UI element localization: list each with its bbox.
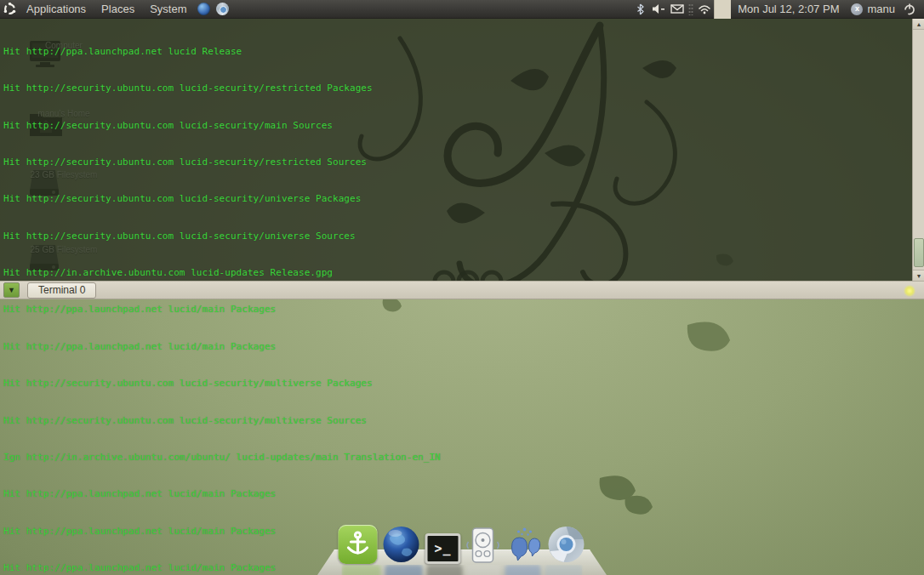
dock-item-terminal[interactable]: >_ [425,533,461,564]
mail-envelope-icon [670,4,684,14]
hide-terminal-button[interactable]: ▼ [3,282,20,298]
tray-placeholder [714,0,731,19]
terminal-line: Hit http://security.ubuntu.com lucid-sec… [3,193,910,205]
terminal-line: Hit http://security.ubuntu.com lucid-sec… [3,231,910,242]
clock-applet[interactable]: Mon Jul 12, 2:07 PM [731,3,846,15]
firefox-globe-icon [197,3,210,15]
network-applet[interactable] [695,0,714,18]
power-icon [904,3,915,15]
firefox-launcher[interactable] [194,0,213,18]
terminal-line: Hit http://security.ubuntu.com lucid-sec… [3,83,910,94]
terminal-tab[interactable]: Terminal 0 [27,282,96,299]
terminal-app-icon: >_ [425,533,461,564]
dock-item-media-player[interactable] [465,527,501,564]
menu-places[interactable]: Places [94,0,142,18]
terminal-line: Hit http://security.ubuntu.com lucid-sec… [3,378,910,390]
scrollbar-thumb[interactable] [914,238,924,267]
terminal-window[interactable]: Hit http://ppa.launchpad.net lucid Relea… [0,19,924,281]
dock: >_ [317,524,607,575]
menu-applications[interactable]: Applications [19,0,94,18]
chromium-browser-icon [547,525,586,564]
mail-indicator-applet[interactable] [668,0,687,18]
dock-item-browser[interactable] [382,525,421,564]
dock-item-docky[interactable] [339,525,378,564]
chromium-launcher[interactable] [213,0,231,18]
notification-glow-icon [904,285,915,297]
docky-anchor-icon [339,525,378,564]
terminal-line: Hit http://security.ubuntu.com lucid-sec… [3,157,910,168]
terminal-line: Hit http://in.archive.ubuntu.com lucid-u… [3,267,910,279]
main-menu-button[interactable] [0,0,19,18]
media-player-speaker-icon [465,527,501,564]
chromium-icon [216,3,229,15]
desktop-screen: Computer manu's Home 23 GB Filesystem [0,0,924,575]
bluetooth-icon [636,3,644,15]
terminal-scrollbar[interactable]: ▲ ▼ [912,19,924,281]
dock-item-empathy[interactable] [505,527,543,564]
top-panel: Applications Places System [0,0,924,19]
terminal-line: Hit http://ppa.launchpad.net lucid/main … [3,488,910,500]
volume-applet[interactable] [649,0,668,18]
ubuntu-logo-icon [3,3,16,15]
menu-system[interactable]: System [142,0,194,18]
me-menu[interactable]: x manu [846,3,900,15]
dock-items: >_ [339,525,586,564]
scrollbar-up-arrow-icon[interactable]: ▲ [913,19,924,30]
terminal-tab-bar: ▼ Terminal 0 [0,281,924,299]
presence-offline-icon: x [851,3,863,15]
session-menu[interactable] [900,0,919,18]
bluetooth-applet[interactable] [630,0,649,18]
terminal-line: Hit http://security.ubuntu.com lucid-sec… [3,120,910,132]
dock-reflection [342,565,583,575]
username-label: manu [867,3,895,15]
down-arrow-icon: ▼ [8,286,15,294]
terminal-line: Hit http://ppa.launchpad.net lucid Relea… [3,46,910,58]
terminal-line: Ign http://in.archive.ubuntu.com/ubuntu/… [3,452,910,464]
wifi-signal-icon [698,4,711,14]
web-browser-globe-icon [382,525,421,564]
terminal-line: Hit http://security.ubuntu.com lucid-sec… [3,415,910,427]
terminal-line: Hit http://ppa.launchpad.net lucid/main … [3,341,910,353]
terminal-line: Hit http://ppa.launchpad.net lucid/main … [3,304,910,316]
scrollbar-down-arrow-icon[interactable]: ▼ [913,270,924,281]
applet-drag-handle[interactable] [688,3,693,15]
empathy-messenger-icon [505,527,543,564]
dock-item-chromium[interactable] [547,525,586,564]
speaker-volume-icon [652,3,665,14]
